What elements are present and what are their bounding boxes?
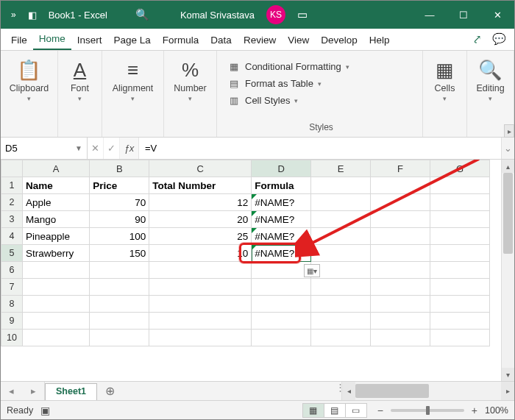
vertical-scroll-thumb[interactable] [503,173,513,254]
cell-D6[interactable] [252,262,311,279]
share-button[interactable]: ⤤ [466,29,488,50]
zoom-in-button[interactable]: + [469,405,480,416]
view-page-break-button[interactable]: ▭ [345,403,367,418]
zoom-level[interactable]: 100% [485,405,508,416]
vertical-scrollbar[interactable]: ▴ ▾ [501,160,514,381]
cell-F7[interactable] [371,279,430,296]
clipboard-button[interactable]: 📋 Clipboard ▾ [10,55,49,135]
enter-formula-button[interactable]: ✓ [104,138,120,159]
cell-G4[interactable] [430,228,490,245]
cell-B3[interactable]: 90 [90,211,149,228]
cell-F9[interactable] [371,313,430,330]
cell-A2[interactable]: Apple [23,194,90,211]
tab-help[interactable]: Help [363,32,396,50]
cell-G10[interactable] [430,330,490,346]
cell-C8[interactable] [149,296,252,313]
font-button[interactable]: A Font ▾ [71,55,89,135]
search-icon[interactable]: 🔍 [118,8,176,21]
cell-D4[interactable]: #NAME? [252,228,311,245]
cell-A3[interactable]: Mango [23,211,90,228]
editing-button[interactable]: 🔍 Editing ▾ [476,55,504,135]
alignment-button[interactable]: ≡ Alignment ▾ [113,55,154,135]
cell-styles-button[interactable]: ▥ Cell Styles ▾ [224,93,418,107]
expand-formula-bar-button[interactable]: ⌄ [501,138,514,159]
cell-C3[interactable]: 20 [149,211,252,228]
cell-D9[interactable] [252,313,311,330]
cell-F6[interactable] [371,262,430,279]
name-box-dropdown-icon[interactable]: ▼ [75,144,82,152]
cell-F3[interactable] [371,211,430,228]
cell-C6[interactable] [149,262,252,279]
view-page-layout-button[interactable]: ▤ [324,403,346,418]
cell-E8[interactable] [311,296,371,313]
row-header-5[interactable]: 5 [1,245,23,262]
row-header-3[interactable]: 3 [1,211,23,228]
tab-insert[interactable]: Insert [71,32,108,50]
col-header-F[interactable]: F [371,160,430,177]
cell-C5[interactable]: ! 10 [149,245,252,262]
cell-B7[interactable] [90,279,149,296]
cell-G5[interactable] [430,245,490,262]
cell-G2[interactable] [430,194,490,211]
cell-B4[interactable]: 100 [90,228,149,245]
cell-B5[interactable]: 150 [90,245,149,262]
select-all-button[interactable] [1,160,23,177]
ribbon-display-options-icon[interactable]: ▭ [293,8,312,21]
minimize-button[interactable]: — [413,1,447,29]
cell-C9[interactable] [149,313,252,330]
cell-B9[interactable] [90,313,149,330]
cell-E3[interactable] [311,211,371,228]
cell-G8[interactable] [430,296,490,313]
cell-E1[interactable] [311,177,371,194]
scroll-left-button[interactable]: ◂ [342,382,355,400]
row-header-6[interactable]: 6 [1,262,23,279]
cell-E10[interactable] [311,330,371,346]
cell-E2[interactable] [311,194,371,211]
zoom-slider-knob[interactable] [426,406,430,415]
cell-D1[interactable]: Formula [252,177,311,194]
macro-record-icon[interactable]: ▣ [40,405,50,416]
cancel-formula-button[interactable]: ✕ [88,138,104,159]
row-header-8[interactable]: 8 [1,296,23,313]
cell-C7[interactable] [149,279,252,296]
comments-button[interactable]: 💬 [488,29,510,50]
cell-G3[interactable] [430,211,490,228]
user-name[interactable]: Komal Srivastava [176,10,259,21]
cell-B10[interactable] [90,330,149,346]
cell-A10[interactable] [23,330,90,346]
user-avatar[interactable]: KS [266,5,285,24]
tab-review[interactable]: Review [238,32,282,50]
name-box[interactable]: ▼ [1,138,88,159]
cell-A1[interactable]: Name [23,177,90,194]
row-header-4[interactable]: 4 [1,228,23,245]
cell-E4[interactable] [311,228,371,245]
col-header-A[interactable]: A [23,160,90,177]
cell-C10[interactable] [149,330,252,346]
sheet-prev-button[interactable]: ◂ [9,385,14,396]
col-header-G[interactable]: G [430,160,490,177]
cells-button[interactable]: ▦ Cells ▾ [435,55,455,135]
tab-data[interactable]: Data [205,32,238,50]
cell-F1[interactable] [371,177,430,194]
view-normal-button[interactable]: ▦ [302,403,324,418]
cell-B1[interactable]: Price [90,177,149,194]
cell-F2[interactable] [371,194,430,211]
tab-developer[interactable]: Develop [315,32,363,50]
cell-D7[interactable] [252,279,311,296]
sheet-tab-sheet1[interactable]: Sheet1 [45,383,97,400]
tab-file[interactable]: File [5,32,33,50]
autosave-toggle-icon[interactable]: ◧ [24,10,41,21]
row-header-9[interactable]: 9 [1,313,23,330]
cell-A6[interactable] [23,262,90,279]
cell-B2[interactable]: 70 [90,194,149,211]
cell-B8[interactable] [90,296,149,313]
cell-A7[interactable] [23,279,90,296]
scroll-down-button[interactable]: ▾ [502,368,514,381]
cell-E5[interactable] [311,245,371,262]
horizontal-scroll-thumb[interactable] [355,384,429,398]
cell-A9[interactable] [23,313,90,330]
row-header-2[interactable]: 2 [1,194,23,211]
cell-F10[interactable] [371,330,430,346]
formula-input[interactable] [145,143,495,154]
col-header-E[interactable]: E [311,160,371,177]
